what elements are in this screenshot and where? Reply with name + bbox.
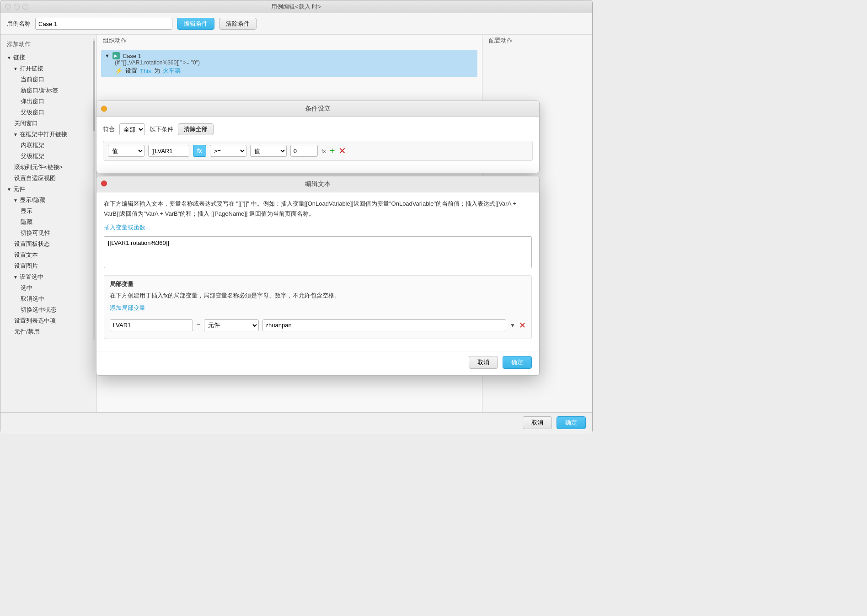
edit-text-cancel-button[interactable]: 取消 bbox=[469, 356, 498, 369]
case-expand-arrow[interactable]: ▼ bbox=[105, 53, 110, 58]
arrow-icon: ▼ bbox=[13, 198, 18, 203]
rule-value-input[interactable] bbox=[290, 145, 318, 157]
sidebar-item-hide[interactable]: 隐藏 bbox=[0, 217, 96, 228]
edit-text-body: 在下方编辑区输入文本，变量名称或表达式要写在 "[["]]" 中。例如：插入变量… bbox=[96, 192, 539, 351]
clear-all-button[interactable]: 清除全部 bbox=[178, 123, 214, 135]
rule-expression-input[interactable] bbox=[148, 145, 189, 157]
sidebar-group-frame-link[interactable]: ▼ 在框架中打开链接 bbox=[0, 129, 96, 140]
edit-text-dialog: 编辑文本 在下方编辑区输入文本，变量名称或表达式要写在 "[["]]" 中。例如… bbox=[96, 176, 540, 376]
case-name-input[interactable] bbox=[35, 18, 172, 30]
action-text-for: 为 bbox=[154, 67, 160, 75]
scrollbar-track bbox=[93, 38, 95, 340]
rule-operator-select[interactable]: >= > < <= == != bbox=[210, 145, 246, 157]
case-name-display: Case 1 bbox=[123, 53, 141, 59]
rule-value-type-select[interactable]: 值 bbox=[250, 145, 287, 157]
main-cancel-button[interactable]: 取消 bbox=[523, 416, 552, 429]
local-var-name-input[interactable] bbox=[110, 319, 193, 331]
local-var-value-input[interactable] bbox=[262, 319, 507, 331]
sidebar-group-show-hide[interactable]: ▼ 显示/隐藏 bbox=[0, 195, 96, 206]
sidebar-group-open-link[interactable]: ▼ 打开链接 bbox=[0, 63, 96, 74]
rule-fx-label: fx bbox=[321, 148, 326, 154]
sidebar-item-label: 显示/隐藏 bbox=[20, 196, 45, 204]
sidebar-item-deselect[interactable]: 取消选中 bbox=[0, 293, 96, 304]
text-editor[interactable]: [[LVAR1.rotation%360]] bbox=[104, 236, 532, 268]
condition-dialog: 条件设立 符合 全部 任意 以下条件 清除全部 值 fx >= > < <= =… bbox=[96, 101, 540, 173]
condition-dialog-title-bar: 条件设立 bbox=[96, 101, 539, 117]
case-condition-text: (If "[[LVAR1.rotation%360]]" >= "0") bbox=[105, 59, 474, 66]
sidebar-item-current-window[interactable]: 当前窗口 bbox=[0, 74, 96, 85]
case-name-label: 用例名称 bbox=[7, 20, 31, 28]
local-var-row: = 元件 全局变量 页面 ▼ ✕ bbox=[110, 317, 526, 334]
condition-match-row: 符合 全部 任意 以下条件 清除全部 bbox=[103, 123, 533, 135]
action-text-this: This bbox=[140, 68, 151, 74]
rule-type-select[interactable]: 值 bbox=[108, 145, 144, 157]
case-action-row: ⚡ 设置 This 为 火车票 bbox=[105, 67, 474, 75]
case-row-header: ▼ ▶ Case 1 bbox=[105, 52, 474, 59]
main-ok-button[interactable]: 确定 bbox=[557, 416, 586, 429]
edit-text-ok-button[interactable]: 确定 bbox=[503, 356, 532, 369]
sidebar-group-widget-label: 元件 bbox=[13, 185, 25, 193]
arrow-icon: ▼ bbox=[13, 66, 18, 71]
sidebar-item-parent-frame[interactable]: 父级框架 bbox=[0, 151, 96, 162]
maximize-button[interactable] bbox=[22, 4, 28, 10]
fx-button[interactable]: fx bbox=[193, 145, 206, 157]
sidebar-item-close-window[interactable]: 关闭窗口 bbox=[0, 118, 96, 129]
sidebar-item-widget-disable[interactable]: 元件/禁用 bbox=[0, 326, 96, 337]
sidebar-item-toggle-visibility[interactable]: 切换可见性 bbox=[0, 228, 96, 239]
sidebar-item-inline-frame[interactable]: 内联框架 bbox=[0, 140, 96, 151]
main-footer: 取消 确定 bbox=[0, 412, 592, 433]
sidebar-item-scroll-to-widget[interactable]: 滚动到元件<链接> bbox=[0, 162, 96, 173]
local-vars-title: 局部变量 bbox=[110, 280, 526, 288]
condition-label: 以下条件 bbox=[150, 125, 173, 133]
sidebar-item-toggle-selected[interactable]: 切换选中状态 bbox=[0, 304, 96, 315]
local-vars-desc: 在下方创建用于插入fx的局部变量，局部变量名称必须是字母、数字，不允许包含空格。 bbox=[110, 291, 526, 300]
remove-rule-button[interactable]: ✕ bbox=[338, 146, 346, 155]
clear-condition-button[interactable]: 清除条件 bbox=[219, 18, 257, 30]
sidebar-item-adaptive-view[interactable]: 设置自适应视图 bbox=[0, 173, 96, 184]
scrollbar-thumb[interactable] bbox=[93, 41, 95, 131]
sidebar-item-select[interactable]: 选中 bbox=[0, 282, 96, 293]
sidebar-item-show[interactable]: 显示 bbox=[0, 206, 96, 217]
add-local-var-link[interactable]: 添加局部变量 bbox=[110, 304, 526, 312]
case-icon: ▶ bbox=[112, 52, 120, 59]
case-row: ▼ ▶ Case 1 (If "[[LVAR1.rotation%360]]" … bbox=[101, 50, 477, 77]
sidebar-group-link[interactable]: ▼ 链接 bbox=[0, 52, 96, 63]
edit-condition-button[interactable]: 编辑条件 bbox=[177, 18, 214, 30]
condition-dialog-title: 条件设立 bbox=[305, 105, 331, 112]
traffic-lights bbox=[5, 4, 28, 10]
sidebar-group-set-selected[interactable]: ▼ 设置选中 bbox=[0, 271, 96, 282]
dropdown-icon[interactable]: ▼ bbox=[510, 322, 515, 329]
match-label: 符合 bbox=[103, 125, 115, 133]
minimize-button[interactable] bbox=[14, 4, 20, 10]
sidebar-item-label: 设置选中 bbox=[20, 273, 43, 281]
config-actions-title: 配置动作 bbox=[482, 35, 592, 48]
sidebar-item-label: 打开链接 bbox=[20, 64, 43, 73]
edit-text-description: 在下方编辑区输入文本，变量名称或表达式要写在 "[["]]" 中。例如：插入变量… bbox=[104, 199, 532, 219]
edit-text-title-bar: 编辑文本 bbox=[96, 176, 539, 192]
arrow-icon: ▼ bbox=[7, 55, 11, 60]
sidebar-item-parent-window[interactable]: 父级窗口 bbox=[0, 107, 96, 118]
sidebar-item-set-list-selection[interactable]: 设置列表选中项 bbox=[0, 315, 96, 326]
edit-text-close[interactable] bbox=[101, 181, 107, 186]
match-select[interactable]: 全部 任意 bbox=[119, 123, 145, 135]
close-button[interactable] bbox=[5, 4, 11, 10]
local-var-remove-button[interactable]: ✕ bbox=[519, 320, 526, 330]
action-text-set: 设置 bbox=[125, 67, 137, 75]
local-var-eq: = bbox=[197, 322, 200, 329]
sidebar-item-label: 在框架中打开链接 bbox=[20, 130, 67, 138]
window-title: 用例编辑<载入 时> bbox=[271, 3, 321, 11]
sidebar-item-set-text[interactable]: 设置文本 bbox=[0, 250, 96, 260]
lightning-icon: ⚡ bbox=[115, 67, 123, 74]
add-rule-button[interactable]: + bbox=[330, 146, 335, 155]
sidebar-group-widget[interactable]: ▼ 元件 bbox=[0, 184, 96, 195]
sidebar-item-new-tab[interactable]: 新窗口/新标签 bbox=[0, 85, 96, 96]
insert-var-link[interactable]: 插入变量或函数... bbox=[104, 223, 532, 232]
sidebar-item-set-image[interactable]: 设置图片 bbox=[0, 260, 96, 271]
organize-actions-title: 组织动作 bbox=[96, 35, 482, 48]
sidebar-item-popup[interactable]: 弹出窗口 bbox=[0, 96, 96, 107]
sidebar-item-set-panel-state[interactable]: 设置面板状态 bbox=[0, 239, 96, 250]
condition-dialog-close[interactable] bbox=[101, 106, 107, 112]
edit-text-dialog-footer: 取消 确定 bbox=[96, 351, 539, 375]
local-var-type-select[interactable]: 元件 全局变量 页面 bbox=[204, 319, 259, 331]
case-name-row: 用例名称 编辑条件 清除条件 bbox=[0, 13, 592, 35]
